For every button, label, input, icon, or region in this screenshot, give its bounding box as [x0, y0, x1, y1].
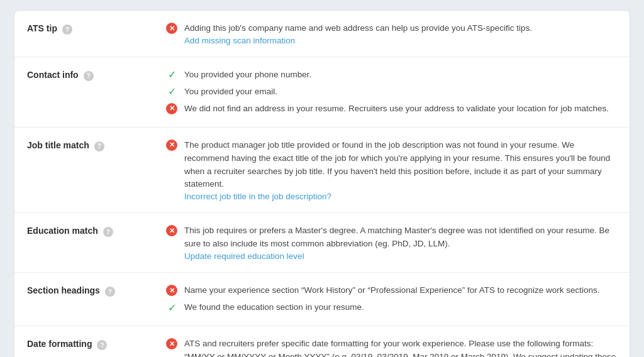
content-line-education-match-0: ✕This job requires or prefers a Master's…	[165, 224, 617, 261]
text-date-formatting-0: ATS and recruiters prefer specific date …	[184, 338, 617, 357]
content-line-section-headings-0: ✕Name your experience section “Work Hist…	[165, 284, 617, 297]
content-line-section-headings-1: ✓We found the education section in your …	[165, 301, 617, 314]
check-icon: ✓	[166, 302, 177, 313]
label-col-date-formatting: Date formatting?	[27, 338, 165, 350]
text-job-title-match-0: The product manager job title provided o…	[184, 139, 617, 192]
content-job-title-match: ✕The product manager job title provided …	[165, 139, 617, 202]
label-ats-tip: ATS tip	[27, 23, 57, 33]
help-icon-education-match[interactable]: ?	[103, 227, 113, 237]
content-contact-info: ✓You provided your phone number.✓You pro…	[165, 69, 617, 116]
check-icon: ✓	[166, 86, 177, 97]
label-section-headings: Section headings	[27, 285, 100, 295]
content-line-contact-info-0: ✓You provided your phone number.	[165, 69, 617, 82]
text-section-headings-0: Name your experience section “Work Histo…	[184, 284, 600, 297]
text-contact-info-2: We did not find an address in your resum…	[184, 102, 609, 116]
text-contact-info-0: You provided your phone number.	[184, 69, 311, 82]
x-icon: ✕	[166, 338, 177, 349]
row-section-headings: Section headings?✕Name your experience s…	[14, 273, 630, 326]
content-line-ats-tip-0: ✕Adding this job's company name and web …	[165, 22, 617, 45]
x-icon: ✕	[166, 140, 177, 151]
label-contact-info: Contact info	[27, 70, 79, 80]
row-date-formatting: Date formatting?✕ATS and recruiters pref…	[14, 326, 630, 357]
label-job-title-match: Job title match	[27, 140, 89, 150]
row-ats-tip: ATS tip?✕Adding this job's company name …	[14, 11, 630, 57]
ats-card: ATS tip?✕Adding this job's company name …	[14, 10, 630, 357]
text-education-match-0: This job requires or prefers a Master's …	[184, 224, 617, 251]
content-line-job-title-match-0: ✕The product manager job title provided …	[165, 139, 617, 202]
help-icon-section-headings[interactable]: ?	[105, 287, 115, 297]
content-education-match: ✕This job requires or prefers a Master's…	[165, 224, 617, 261]
check-icon: ✓	[166, 69, 177, 80]
x-icon: ✕	[166, 285, 177, 296]
text-contact-info-1: You provided your email.	[184, 85, 277, 99]
row-education-match: Education match?✕This job requires or pr…	[14, 213, 630, 273]
x-icon: ✕	[166, 225, 177, 236]
label-col-ats-tip: ATS tip?	[27, 22, 165, 35]
help-icon-contact-info[interactable]: ?	[84, 71, 94, 81]
content-date-formatting: ✕ATS and recruiters prefer specific date…	[165, 338, 617, 357]
help-icon-job-title-match[interactable]: ?	[94, 141, 104, 151]
help-icon-ats-tip[interactable]: ?	[62, 25, 72, 35]
content-ats-tip: ✕Adding this job's company name and web …	[165, 22, 617, 45]
text-section-headings-1: We found the education section in your r…	[184, 301, 364, 314]
content-section-headings: ✕Name your experience section “Work Hist…	[165, 284, 617, 314]
label-col-contact-info: Contact info?	[27, 69, 165, 81]
label-education-match: Education match	[27, 226, 98, 236]
help-icon-date-formatting[interactable]: ?	[97, 340, 107, 350]
label-col-section-headings: Section headings?	[27, 284, 165, 297]
content-line-date-formatting-0: ✕ATS and recruiters prefer specific date…	[165, 338, 617, 357]
link-job-title-match-0[interactable]: Incorrect job title in the job descripti…	[184, 192, 331, 201]
content-line-contact-info-2: ✕We did not find an address in your resu…	[165, 102, 617, 116]
label-date-formatting: Date formatting	[27, 339, 92, 349]
label-col-education-match: Education match?	[27, 224, 165, 237]
link-education-match-0[interactable]: Update required education level	[184, 251, 304, 261]
label-col-job-title-match: Job title match?	[27, 139, 165, 151]
content-line-contact-info-1: ✓You provided your email.	[165, 85, 617, 99]
row-job-title-match: Job title match?✕The product manager job…	[14, 128, 630, 214]
row-contact-info: Contact info?✓You provided your phone nu…	[14, 57, 630, 128]
link-ats-tip-0[interactable]: Add missing scan information	[184, 36, 295, 45]
x-icon: ✕	[166, 103, 177, 114]
text-ats-tip-0: Adding this job's company name and web a…	[184, 22, 532, 35]
x-icon: ✕	[166, 23, 177, 34]
